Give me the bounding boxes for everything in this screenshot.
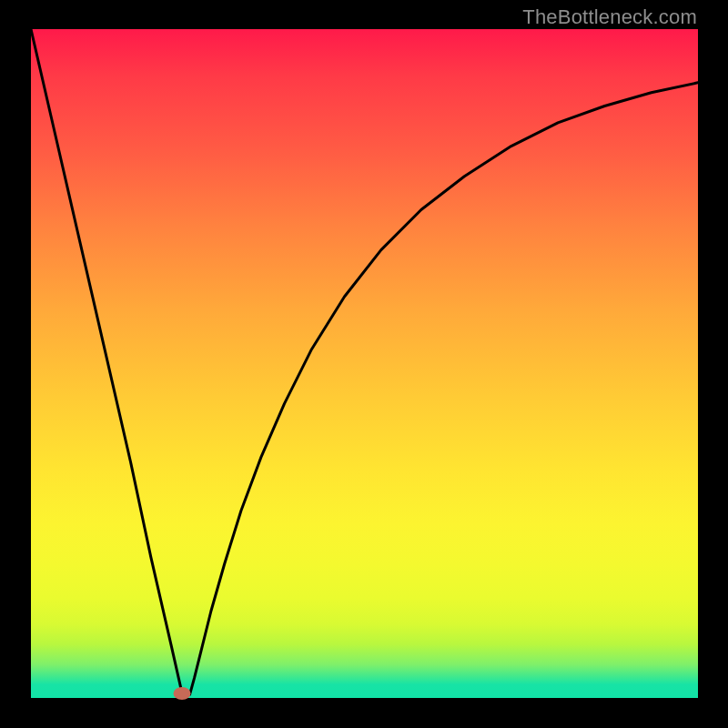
plot-area [31, 29, 698, 698]
watermark-text: TheBottleneck.com [522, 5, 697, 29]
chart-frame: TheBottleneck.com [0, 0, 728, 728]
bottleneck-curve [31, 29, 698, 694]
curve-svg [31, 29, 698, 698]
